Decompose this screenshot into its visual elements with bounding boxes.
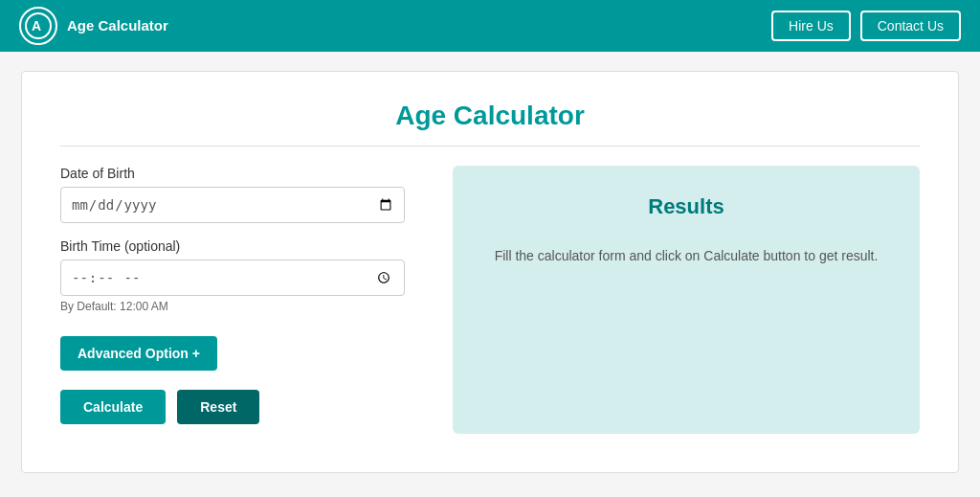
content-row: Date of Birth Birth Time (optional) By D… [60, 166, 920, 434]
page-title: Age Calculator [60, 101, 920, 147]
results-title: Results [477, 194, 896, 219]
main-wrapper: Age Calculator Date of Birth Birth Time … [21, 71, 959, 473]
advanced-option-button[interactable]: Advanced Option + [60, 336, 217, 371]
dob-input[interactable] [60, 187, 405, 223]
reset-button[interactable]: Reset [177, 390, 259, 424]
action-buttons: Calculate Reset [60, 390, 424, 424]
birth-time-group: Birth Time (optional) By Default: 12:00 … [60, 238, 424, 313]
birth-time-input[interactable] [60, 260, 405, 296]
dob-group: Date of Birth [60, 166, 424, 223]
logo-icon: A [19, 7, 57, 45]
hire-us-button[interactable]: Hire Us [771, 11, 851, 41]
birth-time-label: Birth Time (optional) [60, 238, 424, 254]
logo-area: A Age Calculator [19, 7, 168, 45]
form-section: Date of Birth Birth Time (optional) By D… [60, 166, 424, 434]
header-buttons: Hire Us Contact Us [771, 11, 961, 41]
logo-text: Age Calculator [67, 16, 168, 35]
default-hint: By Default: 12:00 AM [60, 300, 424, 313]
results-placeholder-text: Fill the calculator form and click on Ca… [477, 248, 896, 263]
results-section: Results Fill the calculator form and cli… [453, 166, 920, 434]
calculate-button[interactable]: Calculate [60, 390, 166, 424]
contact-us-button[interactable]: Contact Us [860, 11, 961, 41]
dob-label: Date of Birth [60, 166, 424, 181]
svg-text:A: A [32, 18, 41, 34]
header: A Age Calculator Hire Us Contact Us [0, 0, 980, 52]
